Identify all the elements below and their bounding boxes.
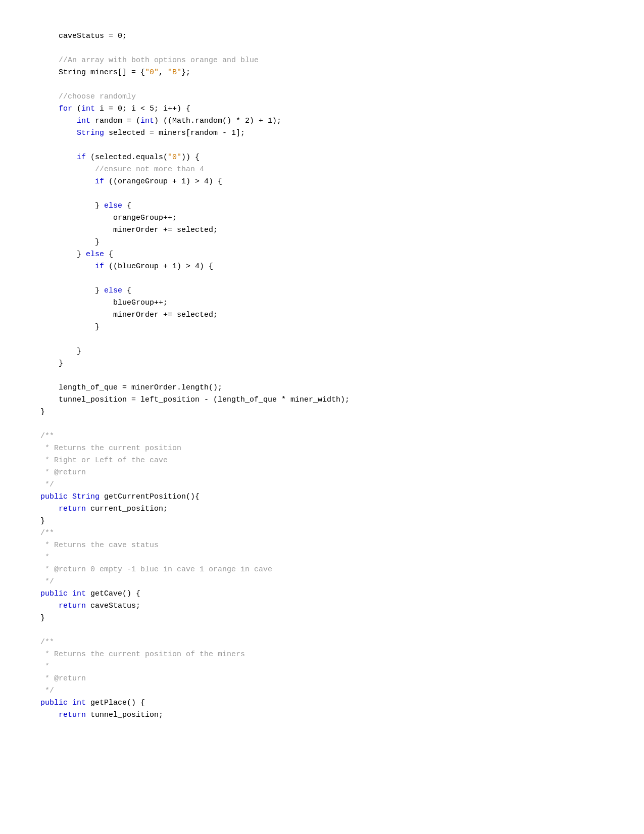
code-line: return tunnel_position; (40, 709, 604, 721)
code-line: * Returns the current position of the mi… (40, 649, 604, 661)
code-line (40, 139, 604, 152)
code-line: } else { (40, 285, 604, 297)
code-line: return current_position; (40, 503, 604, 515)
code-line: return caveStatus; (40, 600, 604, 612)
code-line (40, 42, 604, 55)
code-line: blueGroup++; (40, 297, 604, 309)
code-line: } (40, 321, 604, 333)
code-line: String miners[] = {"0", "B"}; (40, 67, 604, 79)
code-line: */ (40, 685, 604, 697)
code-line: */ (40, 576, 604, 588)
code-line (40, 273, 604, 285)
code-line: tunnel_position = left_position - (lengt… (40, 394, 604, 406)
code-line: * Right or Left of the cave (40, 455, 604, 467)
code-line: /** (40, 636, 604, 649)
code-line: if (selected.equals("0")) { (40, 152, 604, 164)
code-line: if ((blueGroup + 1) > 4) { (40, 261, 604, 273)
code-line: //ensure not more than 4 (40, 164, 604, 176)
code-line: minerOrder += selected; (40, 309, 604, 321)
code-line (40, 624, 604, 636)
code-line: /** (40, 430, 604, 443)
code-line (40, 333, 604, 346)
code-line: * Returns the current position (40, 443, 604, 455)
code-line: * (40, 661, 604, 673)
code-line (40, 188, 604, 200)
code-line: orangeGroup++; (40, 212, 604, 224)
code-line (40, 418, 604, 430)
code-line: if ((orangeGroup + 1) > 4) { (40, 176, 604, 188)
code-line (40, 79, 604, 91)
code-line: * @return (40, 467, 604, 479)
code-line: } (40, 236, 604, 249)
code-line: * Returns the cave status (40, 539, 604, 552)
code-line: } else { (40, 249, 604, 261)
code-line: } else { (40, 200, 604, 212)
code-line: String selected = miners[random - 1]; (40, 127, 604, 139)
code-line: * (40, 552, 604, 564)
code-container: caveStatus = 0; //An array with both opt… (40, 30, 604, 721)
code-line: int random = (int) ((Math.random() * 2) … (40, 115, 604, 127)
code-line: } (40, 612, 604, 624)
code-line: //choose randomly (40, 91, 604, 103)
code-line: } (40, 515, 604, 527)
code-line: } (40, 406, 604, 418)
code-line: } (40, 346, 604, 358)
code-line: caveStatus = 0; (40, 30, 604, 42)
code-line: minerOrder += selected; (40, 224, 604, 236)
code-line: } (40, 358, 604, 370)
code-line: * @return 0 empty -1 blue in cave 1 oran… (40, 564, 604, 576)
code-line: public int getCave() { (40, 588, 604, 600)
code-line (40, 370, 604, 382)
code-line: //An array with both options orange and … (40, 55, 604, 67)
code-line: for (int i = 0; i < 5; i++) { (40, 103, 604, 115)
code-line: */ (40, 479, 604, 491)
code-line: public int getPlace() { (40, 697, 604, 709)
code-line: * @return (40, 673, 604, 685)
code-line: /** (40, 527, 604, 539)
code-line: public String getCurrentPosition(){ (40, 491, 604, 503)
code-line: length_of_que = minerOrder.length(); (40, 382, 604, 394)
